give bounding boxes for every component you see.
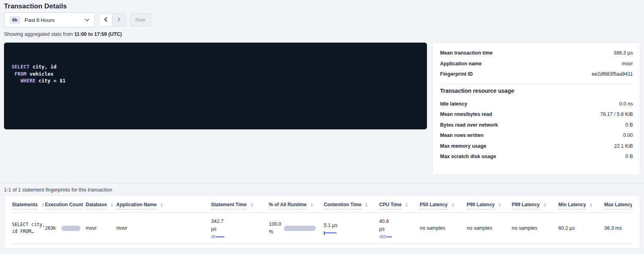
- column-header-statements[interactable]: Statements: [12, 196, 45, 213]
- summary-value: movr: [622, 61, 633, 66]
- stats-range: 11:00 to 17:59 (UTC): [74, 31, 122, 37]
- value-bar-graph: [324, 231, 337, 235]
- sql-text: city = $1: [35, 78, 65, 84]
- statements-table-card: StatementsExecution CountDatabaseApplica…: [4, 196, 640, 248]
- summary-label: Mean transaction time: [440, 50, 493, 56]
- summary-label: Bytes read over network: [440, 122, 498, 128]
- resource-usage-heading: Transaction resource usage: [440, 88, 633, 94]
- cell-max-latency: 36.3 ms: [604, 213, 632, 244]
- value-bar: [284, 226, 316, 231]
- column-header-contention-time[interactable]: Contention Time: [324, 196, 379, 213]
- chevron-left-icon: [104, 16, 108, 23]
- summary-value: 22.1 KiB: [614, 143, 633, 149]
- summary-row: Max memory usage22.1 KiB: [440, 141, 633, 152]
- aggregated-stats-note: Showing aggregated stats from 11:00 to 1…: [4, 31, 122, 37]
- column-label: Statements: [12, 202, 38, 209]
- sql-statement-box: SELECT city, id FROM vehicles WHERE city…: [4, 43, 427, 129]
- summary-row: Mean transaction time386.3 µs: [440, 48, 633, 59]
- cell-value: 5.1 µs: [324, 222, 337, 229]
- cell-contention-time: 5.1 µs: [324, 213, 379, 244]
- statements-table-caption: 1-1 of 1 statement fingerprints for this…: [4, 187, 112, 193]
- sort-icon: [365, 203, 368, 208]
- cell-value: no samples: [420, 225, 445, 231]
- transaction-details-page: Transaction Details 6h Past 6 Hours Now …: [0, 0, 644, 254]
- cell-cpu-time: 40.8µs: [379, 213, 420, 244]
- sort-icon: [111, 203, 113, 208]
- value-bar-graph: [379, 235, 392, 238]
- summary-label: Application name: [440, 61, 482, 66]
- cell-statement-fingerprint[interactable]: SELECT city, id FROM…: [12, 213, 45, 244]
- column-header-statement-time[interactable]: Statement Time: [211, 196, 269, 213]
- column-label: Contention Time: [324, 202, 361, 209]
- time-range-label: Past 6 Hours: [25, 17, 55, 23]
- sort-icon: [161, 203, 163, 208]
- column-label: Min Latency: [558, 202, 586, 209]
- time-range-dropdown[interactable]: 6h Past 6 Hours: [4, 12, 95, 27]
- column-label: Statement Time: [211, 202, 247, 209]
- summary-label: Max memory usage: [440, 143, 486, 149]
- cell-execution-count: 263k: [45, 213, 86, 244]
- cell-value: 36.3 ms: [604, 225, 622, 231]
- sql-line: FROM vehicles: [12, 70, 419, 78]
- now-button[interactable]: Now: [130, 13, 151, 27]
- column-header-database[interactable]: Database: [86, 196, 116, 213]
- column-header-of-all-runtime[interactable]: % of All Runtime: [269, 196, 324, 213]
- page-title: Transaction Details: [4, 2, 67, 10]
- summary-top-rows: Mean transaction time386.3 µsApplication…: [440, 48, 633, 80]
- sort-icon: [251, 203, 253, 208]
- column-header-max-latency[interactable]: Max Latency: [604, 196, 632, 213]
- sort-icon: [405, 203, 408, 208]
- column-header-min-latency[interactable]: Min Latency: [558, 196, 604, 213]
- column-label: P90 Latency: [467, 202, 495, 209]
- cell-value: movr: [86, 225, 97, 231]
- next-interval-button[interactable]: [112, 14, 125, 26]
- cell-value: no samples: [467, 225, 492, 231]
- sort-icon: [544, 203, 546, 208]
- summary-usage-rows: Idle latency0.0 nsMean rows/bytes read78…: [440, 99, 633, 162]
- cell-value: no samples: [512, 225, 537, 231]
- summary-row: Idle latency0.0 ns: [440, 99, 633, 109]
- column-header-p50-latency[interactable]: P50 Latency: [420, 196, 467, 213]
- cell-value: 40.8: [379, 218, 392, 225]
- prev-interval-button[interactable]: [99, 14, 112, 26]
- sql-text: [12, 71, 15, 77]
- sort-icon: [311, 203, 313, 208]
- summary-label: Idle latency: [440, 101, 467, 107]
- column-label: Database: [86, 202, 107, 209]
- start-tick: [324, 231, 325, 235]
- column-label: Application Name: [116, 202, 157, 209]
- summary-value: 78.17 / 5.8 KiB: [600, 111, 633, 117]
- column-header-application-name[interactable]: Application Name: [116, 196, 211, 213]
- sql-keyword: FROM: [15, 71, 27, 77]
- value-bar: [61, 226, 80, 231]
- cell-value: 60.2 µs: [558, 225, 575, 231]
- statements-table-header: StatementsExecution CountDatabaseApplica…: [4, 196, 640, 213]
- summary-value: 0 B: [625, 122, 633, 128]
- statements-table-row: SELECT city, id FROM…263kmovrmovr342.7µs…: [4, 213, 640, 244]
- summary-row: Fingerprint IDee2df683f5aa9411: [440, 69, 633, 80]
- column-label: Max Latency: [604, 202, 632, 209]
- column-header-execution-count[interactable]: Execution Count: [45, 196, 86, 213]
- cell-value: 100.0: [269, 221, 281, 228]
- cell-min-latency: 60.2 µs: [558, 213, 604, 244]
- cell-p50-latency: no samples: [420, 213, 467, 244]
- cell-database: movr: [86, 213, 116, 244]
- sort-icon: [452, 203, 454, 208]
- column-header-p99-latency[interactable]: P99 Latency: [512, 196, 558, 213]
- summary-row: Application namemovr: [440, 59, 633, 69]
- cell-statement-time: 342.7µs: [211, 213, 269, 244]
- summary-divider: [440, 84, 633, 84]
- summary-row: Mean rows/bytes read78.17 / 5.8 KiB: [440, 109, 633, 120]
- column-label: CPU Time: [379, 202, 401, 209]
- cell-value: movr: [116, 225, 127, 231]
- column-header-cpu-time[interactable]: CPU Time: [379, 196, 420, 213]
- cell-application-name: movr: [116, 213, 211, 244]
- sql-text: [12, 78, 21, 84]
- cell-value: 342.7: [211, 218, 224, 225]
- column-header-p90-latency[interactable]: P90 Latency: [467, 196, 512, 213]
- summary-value: 0.00: [623, 133, 633, 138]
- time-nav-group: [99, 13, 126, 27]
- summary-label: Max scratch disk usage: [440, 154, 496, 159]
- cell-value: µs: [379, 225, 392, 233]
- summary-value: 0 B: [625, 154, 633, 159]
